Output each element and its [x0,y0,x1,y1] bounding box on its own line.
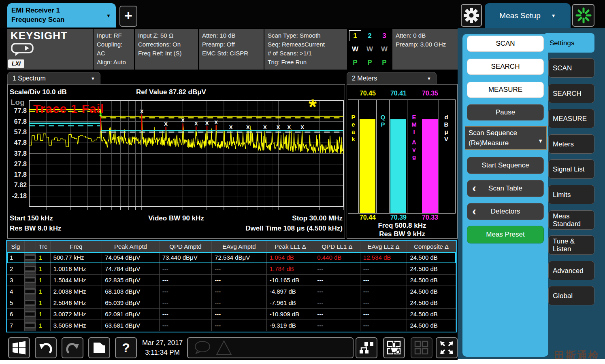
tab-search[interactable]: SEARCH [548,84,594,103]
table-cell[interactable]: 63.681 dBμV [102,320,159,331]
start-sequence-button[interactable]: Start Sequence [467,157,544,174]
table-cell[interactable]: --- [212,286,267,297]
tab-settings[interactable]: Settings [545,33,594,53]
system-settings-button[interactable] [461,4,482,27]
signal-select-toggle[interactable] [25,275,36,286]
table-cell[interactable]: 62.835 dBμV [102,275,159,286]
table-cell[interactable]: 1 [36,286,51,297]
table-cell[interactable]: 7 [7,320,25,331]
measurement-tab[interactable]: EMI Receiver 1 Frequency Scan [7,3,116,28]
table-cell[interactable]: -4.897 dB [267,286,315,297]
table-column-header[interactable]: Sig [7,241,25,252]
ref-value-readout[interactable]: Ref Value 87.82 dBμV [136,88,206,96]
table-cell[interactable]: 24.500 dB [407,297,456,309]
tab-meters[interactable]: Meters [548,134,594,154]
meters-window-selector[interactable]: 2 Meters ▼ [347,72,437,84]
table-cell[interactable]: --- [160,297,212,309]
res-bw-readout[interactable]: Res BW 9.0 kHz [10,224,62,233]
spectrum-window-selector[interactable]: 1 Spectrum ▼ [7,72,100,84]
scale-per-div-readout[interactable]: Scale/Div 10.0 dB [10,88,67,96]
layout-tree-button[interactable] [356,337,377,358]
table-cell[interactable]: --- [360,275,407,286]
table-cell[interactable]: --- [212,320,267,331]
table-column-header[interactable]: EAvg Amptd [212,241,266,252]
trace-state-cell[interactable]: W [348,42,362,56]
table-cell[interactable]: 24.500 dB [407,263,456,275]
tab-global[interactable]: Global [548,286,594,305]
chevron-down-icon[interactable]: ▼ [106,13,111,19]
detectors-button[interactable]: ‹Detectors [467,203,544,220]
table-cell[interactable]: 68.103 dBμV [102,286,159,297]
table-cell[interactable]: 12.534 dB [360,252,407,263]
table-cell[interactable]: 1 [7,252,25,263]
table-column-header[interactable]: QPD LL1 Δ [314,241,360,252]
signal-select-toggle[interactable] [25,320,36,331]
table-cell[interactable]: --- [160,263,212,275]
trace-state-cell[interactable]: W [362,42,377,56]
signal-select-toggle[interactable] [25,263,36,275]
dwell-time-readout[interactable]: Dwell Time 108 μs (4.500 kHz) [245,224,343,233]
tab-measure[interactable]: MEASURE [548,109,594,128]
signal-select-toggle[interactable] [25,297,36,309]
table-cell[interactable]: -9.319 dB [267,320,315,331]
signal-select-toggle[interactable] [25,286,36,297]
table-cell[interactable]: -10.165 dB [267,275,315,286]
busy-indicator-button[interactable] [572,4,594,27]
table-column-header[interactable]: Trc [36,241,51,252]
trace-state-cell[interactable]: P [348,56,362,70]
table-cell[interactable]: --- [314,286,360,297]
table-row[interactable]: 713.5058 MHz63.681 dBμV-------9.319 dB--… [7,320,456,331]
trace-state-cell[interactable]: 2 [362,29,377,42]
status-message-area[interactable] [187,337,354,358]
signal-select-toggle[interactable] [25,252,36,263]
tab-limits[interactable]: Limits [548,185,594,204]
video-bw-readout[interactable]: Video BW 90 kHz [124,214,229,222]
windows-start-button[interactable] [8,337,30,358]
table-cell[interactable]: --- [212,275,267,286]
pause-button[interactable]: Pause [467,104,544,121]
table-row[interactable]: 11500.77 kHz74.054 dBμV73.440 dBμV72.534… [7,252,456,263]
table-cell[interactable]: 6 [7,309,25,320]
meter-res-bw-readout[interactable]: Res BW 9 kHz [347,230,458,238]
measure-button[interactable]: MEASURE [467,82,544,98]
table-cell[interactable]: 1.5044 MHz [51,275,102,286]
table-cell[interactable]: 24.500 dB [407,309,456,320]
window-select-button[interactable] [383,337,405,358]
table-cell[interactable]: 3 [7,275,25,286]
table-cell[interactable]: 73.440 dBμV [160,252,212,263]
scan-button[interactable]: SCAN [467,36,544,52]
table-cell[interactable]: --- [212,263,267,275]
table-cell[interactable]: 65.039 dBμV [102,297,159,309]
table-cell[interactable]: 72.534 dBμV [212,252,267,263]
table-cell[interactable]: --- [160,320,212,331]
table-column-header[interactable]: QPD Amptd [160,241,212,252]
meas-setup-menu-tab[interactable]: Meas Setup ▼ [485,3,571,28]
table-column-header[interactable]: Peak Amptd [102,241,159,252]
scan-table-button[interactable]: ‹Scan Table [467,180,544,197]
trace-status-matrix[interactable]: 123WWWPPP [348,29,392,70]
start-freq-readout[interactable]: Start 150 kHz [10,214,53,222]
tab-meas-standard[interactable]: Meas Standard [548,210,594,230]
table-row[interactable]: 211.0016 MHz74.784 dBμV------1.784 dB---… [7,263,456,275]
table-cell[interactable]: 2.5046 MHz [51,297,102,309]
table-cell[interactable]: 5 [7,297,25,309]
table-cell[interactable]: 1.784 dB [267,263,315,275]
trace-state-cell[interactable]: 1 [348,29,362,42]
table-cell[interactable]: 62.091 dBμV [102,309,159,320]
table-cell[interactable]: --- [314,297,360,309]
table-cell[interactable]: --- [360,263,407,275]
table-cell[interactable]: 74.784 dBμV [102,263,159,275]
table-column-header[interactable]: Freq [51,241,102,252]
table-cell[interactable]: 1 [36,263,51,275]
table-cell[interactable]: --- [160,286,212,297]
table-cell[interactable]: --- [160,275,212,286]
table-cell[interactable]: --- [314,275,360,286]
table-cell[interactable]: 1 [36,309,51,320]
tab-scan[interactable]: SCAN [548,58,594,78]
table-row[interactable]: 613.0072 MHz62.091 dBμV-------10.909 dB-… [7,309,456,320]
tab-signal-list[interactable]: Signal List [548,159,594,179]
table-cell[interactable]: --- [212,297,267,309]
trace-state-cell[interactable]: P [377,56,392,70]
table-row[interactable]: 311.5044 MHz62.835 dBμV-------10.165 dB-… [7,275,456,286]
table-cell[interactable]: 24.500 dB [407,275,456,286]
